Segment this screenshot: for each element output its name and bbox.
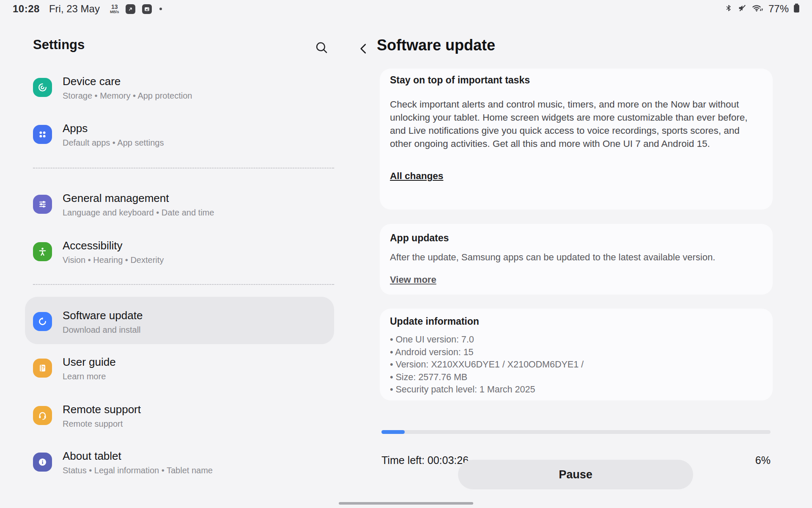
sidebar-item-about-tablet[interactable]: i About tablet Status • Legal informatio… [33, 449, 329, 475]
sidebar-item-accessibility[interactable]: Accessibility Vision • Hearing • Dexteri… [33, 239, 329, 265]
sidebar-item-user-guide[interactable]: ? User guide Learn more [33, 355, 329, 381]
progress-percent-label: 6% [755, 454, 771, 467]
item-sublabel: Default apps • App settings [63, 138, 164, 148]
back-chevron-icon [357, 41, 370, 56]
card-body: Check important alerts and control music… [390, 98, 763, 150]
time-left-label: Time left: 00:03:26 [381, 454, 469, 467]
accessibility-icon [33, 242, 52, 261]
call-notification-icon [126, 4, 135, 14]
update-info-list: • One UI version: 7.0 • Android version:… [390, 334, 763, 396]
card-heading: Stay on top of important tasks [390, 75, 763, 86]
wifi-icon [752, 3, 763, 15]
update-information-card: Update information • One UI version: 7.0… [380, 309, 773, 400]
item-sublabel: Language and keyboard • Date and time [63, 207, 214, 218]
item-label: About tablet [63, 449, 213, 463]
list-item: • Android version: 15 [390, 346, 763, 359]
bluetooth-icon [724, 3, 733, 15]
svg-text:?: ? [42, 365, 45, 370]
sidebar-item-software-update[interactable]: Software update Download and install [33, 309, 329, 335]
item-sublabel: Storage • Memory • App protection [63, 91, 192, 101]
battery-icon [793, 3, 800, 15]
battery-percent: 77% [768, 3, 789, 15]
status-bar: 10:28 Fri, 23 May 13 MB/s 77% [0, 0, 812, 18]
list-item: • Size: 2577.76 MB [390, 371, 763, 384]
settings-title: Settings [33, 37, 85, 52]
item-sublabel: Vision • Hearing • Dexterity [63, 255, 164, 265]
sidebar-item-general-management[interactable]: General management Language and keyboard… [33, 191, 329, 218]
item-label: User guide [63, 355, 116, 369]
general-management-icon [33, 195, 52, 214]
scroll-handle[interactable] [339, 502, 473, 505]
download-progress-fill [381, 430, 405, 434]
item-label: Remote support [63, 403, 141, 416]
view-more-link[interactable]: View more [390, 274, 436, 285]
apps-icon [33, 125, 52, 144]
sidebar-item-apps[interactable]: Apps Default apps • App settings [33, 121, 329, 148]
list-item: • One UI version: 7.0 [390, 334, 763, 346]
pause-button[interactable]: Pause [458, 460, 693, 489]
network-speed-indicator: 13 MB/s [110, 4, 119, 14]
download-progress-bar [381, 430, 771, 434]
device-care-icon [33, 78, 52, 97]
sidebar-divider [33, 168, 334, 168]
list-item: • Security patch level: 1 March 2025 [390, 384, 763, 396]
svg-text:i: i [42, 459, 44, 465]
back-button[interactable] [357, 41, 371, 56]
notification-dot-icon [159, 8, 162, 10]
clock: 10:28 [13, 3, 40, 15]
item-label: Software update [63, 309, 143, 322]
user-guide-icon: ? [33, 359, 52, 378]
item-sublabel: Download and install [63, 325, 143, 335]
date: Fri, 23 May [49, 3, 100, 15]
item-sublabel: Learn more [63, 371, 116, 381]
item-sublabel: Status • Legal information • Tablet name [63, 465, 213, 475]
about-tablet-icon: i [33, 453, 52, 472]
item-label: Device care [63, 75, 192, 88]
gallery-notification-icon [142, 4, 152, 14]
sidebar-item-device-care[interactable]: Device care Storage • Memory • App prote… [33, 75, 329, 101]
page-title: Software update [377, 36, 495, 54]
app-updates-card: App updates After the update, Samsung ap… [380, 224, 773, 295]
search-icon [315, 41, 328, 54]
software-update-icon [33, 312, 52, 331]
sidebar-divider [33, 284, 334, 285]
remote-support-icon [33, 406, 52, 425]
whats-new-card: Stay on top of important tasks Check imp… [380, 69, 773, 210]
all-changes-link[interactable]: All changes [390, 171, 443, 182]
card-heading: App updates [390, 232, 763, 244]
item-sublabel: Remote support [63, 419, 141, 429]
sound-muted-icon [737, 3, 747, 15]
sidebar-item-remote-support[interactable]: Remote support Remote support [33, 403, 329, 429]
item-label: Accessibility [63, 239, 164, 252]
item-label: General management [63, 191, 214, 205]
list-item: • Version: X210XXU6DYE1 / X210ODM6DYE1 / [390, 359, 763, 371]
item-label: Apps [63, 121, 164, 135]
search-button[interactable] [314, 40, 329, 55]
card-heading: Update information [390, 316, 763, 327]
card-body: After the update, Samsung apps can be up… [390, 252, 763, 263]
